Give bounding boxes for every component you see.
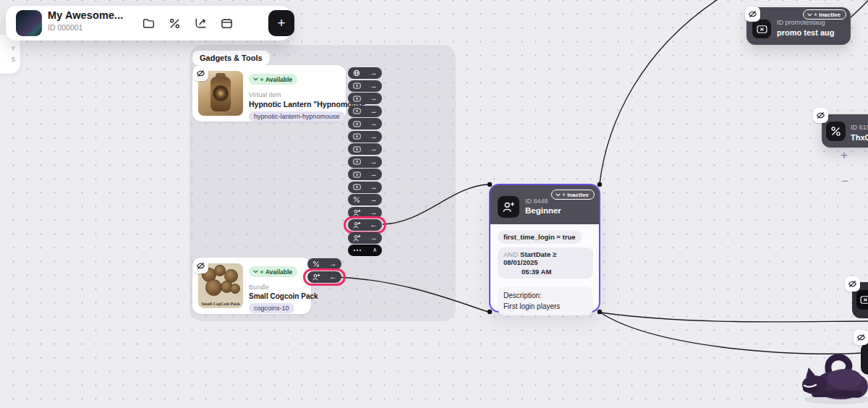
port-percent-right[interactable]: → — [307, 258, 341, 270]
node-id: ID promotestaug — [777, 19, 825, 26]
port-person-add-right[interactable]: → — [348, 232, 382, 244]
chevron-down-icon — [807, 13, 812, 17]
arrow-right-icon: → — [370, 184, 378, 191]
header-toolbar — [142, 6, 260, 41]
edge-corner-segment — [851, 0, 868, 17]
arrow-up-icon: ∧ — [373, 247, 377, 253]
gadgets-group-title[interactable]: Gadgets & Tools — [192, 51, 270, 65]
trend-icon[interactable] — [194, 17, 208, 30]
node-id: ID 8448 — [525, 197, 548, 205]
chevron-down-icon — [556, 193, 561, 197]
condition-chip: ANDStartDate ≥ 08/01/2025 05:39 AM — [498, 247, 593, 279]
percent-icon — [353, 196, 360, 203]
node-thxgiving[interactable]: ID 61073 ThxGiving — [822, 114, 868, 148]
eye-off-icon — [196, 261, 205, 271]
status-badge-available[interactable]: Available — [249, 266, 297, 277]
node-promo-test-aug[interactable]: ID promotestaug promo test aug Inactive — [746, 7, 851, 45]
person-add-icon[interactable] — [246, 17, 260, 30]
eye-off-icon — [856, 333, 866, 342]
port-person-add-left[interactable]: ← — [348, 219, 382, 231]
node-header: ID 8448 Beginner Inactive — [490, 185, 599, 224]
person-add-icon — [353, 221, 361, 229]
node-partial-coupon[interactable] — [852, 282, 868, 318]
port-more-up[interactable]: ∧ — [348, 245, 382, 256]
node-id: ID 61073 — [851, 124, 868, 131]
item-name: Hypnotic Lantern "Hypnomouse" — [249, 100, 341, 109]
arrow-right-icon: → — [370, 158, 378, 166]
arrow-right-icon: → — [330, 260, 337, 268]
visibility-off-badge[interactable] — [813, 108, 828, 123]
node-beginner[interactable]: ID 8448 Beginner Inactive first_time_log… — [489, 184, 600, 313]
coupon-icon-square — [752, 20, 771, 38]
status-badge-inactive[interactable]: Inactive — [803, 9, 846, 20]
person-add-icon — [353, 209, 361, 216]
visibility-off-badge[interactable] — [193, 258, 208, 273]
zoom-out-button[interactable]: − — [841, 175, 848, 187]
partial-card-fragment: Y 5 — [0, 35, 20, 74]
eye-off-icon — [848, 279, 857, 289]
status-badge-available[interactable]: Available — [249, 74, 297, 85]
arrow-left-icon: ← — [330, 273, 337, 281]
port-person-add-left[interactable]: ← — [307, 271, 341, 283]
arrow-right-icon: → — [370, 120, 378, 127]
coupon-icon — [353, 184, 361, 190]
visibility-off-badge[interactable] — [745, 7, 760, 22]
port-coupon-right[interactable]: → — [348, 80, 382, 92]
coupon-icon-square — [856, 290, 868, 310]
basket-icon[interactable] — [220, 17, 234, 30]
eye-off-icon — [816, 111, 825, 120]
status-badge-inactive[interactable]: Inactive — [551, 190, 595, 200]
port-coupon-right[interactable]: → — [348, 118, 382, 129]
port-coupon-right[interactable]: → — [348, 106, 382, 117]
project-header-card[interactable]: My Awesome... ID 000001 + — [6, 6, 291, 41]
coupon-icon — [353, 133, 361, 140]
item-tag: cogcoins-10 — [249, 303, 294, 313]
port-coupon-right[interactable]: → — [348, 169, 382, 180]
flow-canvas[interactable]: Y 5 My Awesome... ID 000001 + Gadgets & … — [0, 0, 868, 408]
edge-beginner-to-right-1 — [600, 313, 868, 322]
arrow-right-icon: → — [370, 108, 378, 115]
arrow-left-icon: ← — [370, 221, 378, 229]
status-dot — [260, 271, 263, 273]
item-tag: hypnotic-lantern-hypnomouse — [249, 111, 345, 122]
status-dot — [563, 193, 566, 196]
coupon-icon — [353, 82, 361, 89]
percent-icon — [312, 260, 320, 268]
project-title: My Awesome... — [48, 9, 123, 21]
arrow-right-icon: → — [370, 196, 378, 203]
node-name: ThxGiving — [851, 133, 868, 142]
port-list-bundle: →← — [307, 258, 341, 283]
arrow-right-icon: → — [370, 82, 378, 90]
item-name: Small Cogcoin Pack — [249, 292, 307, 300]
folder-icon[interactable] — [142, 17, 156, 30]
port-coupon-right[interactable]: → — [348, 182, 382, 193]
node-description: Description: First login players — [498, 286, 593, 315]
arrow-right-icon: → — [370, 95, 378, 102]
item-card-cogcoin[interactable]: Small CogCoin Pack Available Bundle Smal… — [192, 258, 311, 314]
chevron-down-icon — [253, 270, 258, 273]
percent-icon[interactable] — [168, 17, 182, 30]
zoom-in-button[interactable]: + — [841, 149, 848, 161]
visibility-off-badge[interactable] — [854, 330, 868, 345]
project-thumbnail — [16, 10, 42, 36]
coupon-icon — [353, 121, 361, 127]
visibility-off-badge[interactable] — [193, 66, 208, 81]
project-id: ID 000001 — [48, 23, 123, 32]
port-person-add-right[interactable]: → — [348, 207, 382, 218]
percent-icon — [830, 126, 841, 137]
cat-illustration — [796, 353, 868, 408]
status-dot — [814, 13, 817, 16]
port-coupon-right[interactable]: → — [348, 131, 382, 143]
edge-beginner-to-right-2 — [600, 313, 862, 354]
port-percent-right[interactable]: → — [348, 194, 382, 205]
port-globe-right[interactable]: → — [348, 67, 382, 79]
arrow-right-icon: → — [370, 234, 378, 242]
add-button[interactable]: + — [268, 10, 294, 36]
port-coupon-right[interactable]: → — [348, 143, 382, 155]
item-card-hypnomouse[interactable]: Available Virtual item Hypnotic Lantern … — [192, 65, 346, 122]
visibility-off-badge[interactable] — [845, 276, 860, 292]
port-coupon-right[interactable]: → — [348, 93, 382, 104]
node-name: promo test aug — [777, 28, 834, 37]
more-icon — [353, 249, 362, 252]
port-coupon-right[interactable]: → — [348, 156, 382, 168]
